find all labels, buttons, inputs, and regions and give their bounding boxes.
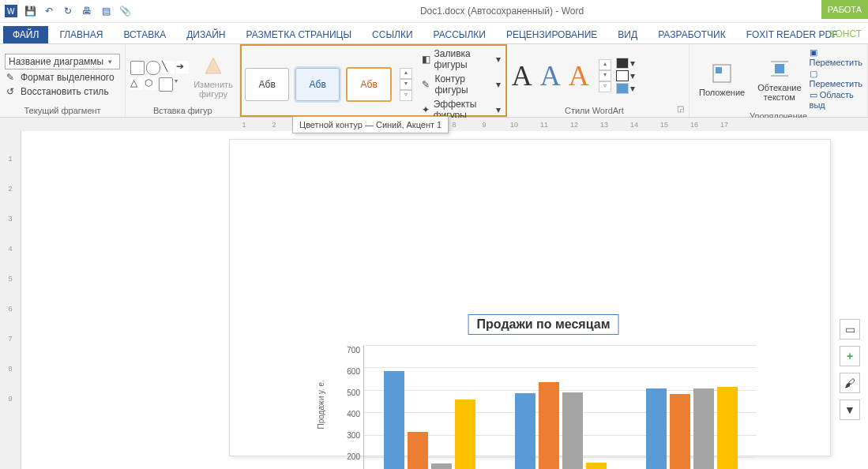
chevron-down-icon: ▾ — [496, 79, 501, 90]
group-shapes-label: Вставка фигур — [130, 104, 235, 115]
ribbon-tabs: ФАЙЛ ГЛАВНАЯ ВСТАВКА ДИЗАЙН РАЗМЕТКА СТР… — [0, 23, 868, 44]
shape-style-3[interactable]: Абв — [346, 67, 392, 102]
style-tooltip: Цветной контур — Синий, Акцент 1 — [292, 116, 449, 133]
shape-box-icon[interactable] — [159, 77, 173, 92]
wrap-text-button[interactable]: Обтекание текстом — [753, 53, 806, 105]
change-shape-icon — [201, 53, 226, 78]
shape-arrow-icon[interactable]: ➔ — [176, 61, 189, 73]
position-button[interactable]: Положение — [694, 58, 750, 100]
position-icon — [709, 61, 735, 86]
shape-style-2[interactable]: Абв — [295, 68, 340, 101]
tab-insert[interactable]: ВСТАВКА — [114, 26, 175, 43]
tab-layout[interactable]: РАЗМЕТКА СТРАНИЦЫ — [237, 26, 362, 43]
svg-marker-2 — [205, 58, 221, 73]
tab-file[interactable]: ФАЙЛ — [3, 26, 48, 43]
chart-filter-button[interactable]: ▼ — [840, 400, 860, 420]
gallery-more-icon: ▿ — [400, 90, 412, 101]
group-current-label: Текущий фрагмент — [5, 104, 120, 115]
chevron-down-icon[interactable]: ▾ — [630, 70, 635, 81]
chevron-down-icon: ▾ — [496, 54, 501, 65]
shape-oval-icon[interactable] — [146, 61, 160, 75]
gallery-down-icon: ▾ — [400, 79, 412, 90]
chevron-down-icon: ▼ — [107, 58, 113, 66]
context-tab-rabota[interactable]: РАБОТА — [821, 0, 868, 19]
preview-icon[interactable]: ▤ — [100, 5, 112, 17]
text-fill-button[interactable] — [616, 58, 629, 69]
gallery-up-icon: ▴ — [400, 68, 412, 79]
wordart-dialog-launcher[interactable]: ◲ — [677, 104, 684, 115]
chart-element-selector[interactable]: Название диаграммы▼ — [5, 54, 120, 69]
shapes-more-icon[interactable]: ▾ — [175, 77, 178, 92]
chart-elements-button[interactable]: + — [840, 346, 860, 366]
save-icon[interactable]: 💾 — [24, 5, 36, 17]
chevron-down-icon[interactable]: ▾ — [630, 83, 635, 94]
reset-icon: ↺ — [6, 86, 17, 97]
tab-home[interactable]: ГЛАВНАЯ — [50, 26, 112, 43]
outline-icon: ✎ — [422, 79, 431, 90]
word-icon: W — [5, 5, 17, 17]
print-icon[interactable]: 🖶 — [81, 5, 93, 17]
tab-references[interactable]: ССЫЛКИ — [363, 26, 422, 43]
shape-outline-button[interactable]: ✎Контур фигуры▾ — [420, 73, 502, 96]
bring-forward-button[interactable]: ▣ Переместить — [810, 47, 862, 67]
svg-rect-4 — [716, 67, 722, 73]
chart-styles-button[interactable]: 🖌 — [840, 373, 860, 393]
tab-mailings[interactable]: РАССЫЛКИ — [424, 26, 495, 43]
wordart-gallery-scroll[interactable]: ▴▾▿ — [599, 59, 611, 92]
format-selection-button[interactable]: ✎Формат выделенного — [5, 71, 120, 84]
shape-rect-icon[interactable] — [130, 61, 145, 75]
attach-icon[interactable]: 📎 — [118, 5, 131, 17]
shape-fill-button[interactable]: ◧Заливка фигуры▾ — [420, 47, 502, 71]
vertical-ruler[interactable]: 123456789 — [0, 131, 21, 469]
style-gallery-scroll[interactable]: ▴▾▿ — [400, 68, 412, 101]
wordart-style-2[interactable]: A — [540, 62, 561, 90]
chevron-down-icon: ▾ — [496, 104, 501, 115]
chart-object[interactable]: Продажи по месяцам Продажи у. е. 0100200… — [322, 314, 765, 469]
group-wordart-label: Стили WordArt — [565, 104, 624, 115]
svg-rect-5 — [775, 64, 784, 73]
window-title: Doc1.docx (Автосохраненный) - Word — [136, 6, 868, 17]
chevron-down-icon[interactable]: ▾ — [630, 58, 635, 69]
y-axis-label: Продажи у. е. — [317, 380, 325, 429]
tab-view[interactable]: ВИД — [608, 26, 647, 43]
wordart-style-1[interactable]: A — [512, 62, 532, 90]
chart-title[interactable]: Продажи по месяцам — [468, 314, 619, 335]
redo-icon[interactable]: ↻ — [62, 5, 74, 17]
context-tab-konstr[interactable]: КОНСТ — [824, 25, 868, 43]
selection-pane-button[interactable]: ▭ Область выд — [810, 90, 862, 110]
change-shape-button: Изменить фигуру — [189, 50, 238, 102]
tab-developer[interactable]: РАЗРАБОТЧИК — [648, 26, 735, 43]
send-backward-button[interactable]: ▢ Переместить — [810, 69, 862, 88]
shape-style-1[interactable]: Абв — [245, 68, 289, 101]
wordart-style-3[interactable]: A — [569, 62, 589, 90]
svg-text:W: W — [7, 7, 15, 16]
text-outline-button[interactable] — [616, 70, 629, 81]
shape-tri-icon[interactable]: △ — [130, 77, 143, 90]
tab-review[interactable]: РЕЦЕНЗИРОВАНИЕ — [497, 26, 607, 43]
shape-hex-icon[interactable]: ⬡ — [145, 77, 157, 90]
format-icon: ✎ — [6, 72, 17, 83]
text-effects-button[interactable] — [616, 83, 629, 94]
tab-design[interactable]: ДИЗАЙН — [177, 26, 235, 43]
chart-layout-button[interactable]: ▭ — [840, 319, 860, 340]
fill-icon: ◧ — [422, 54, 430, 65]
effects-icon: ✦ — [422, 104, 430, 115]
wrap-icon — [767, 56, 792, 81]
reset-style-button[interactable]: ↺Восстановить стиль — [5, 85, 120, 98]
undo-icon[interactable]: ↶ — [43, 5, 55, 17]
shape-line-icon[interactable]: ╲ — [162, 61, 175, 73]
chart-grid — [363, 346, 757, 469]
y-axis-ticks: 0100200300400500600700 — [343, 346, 360, 469]
